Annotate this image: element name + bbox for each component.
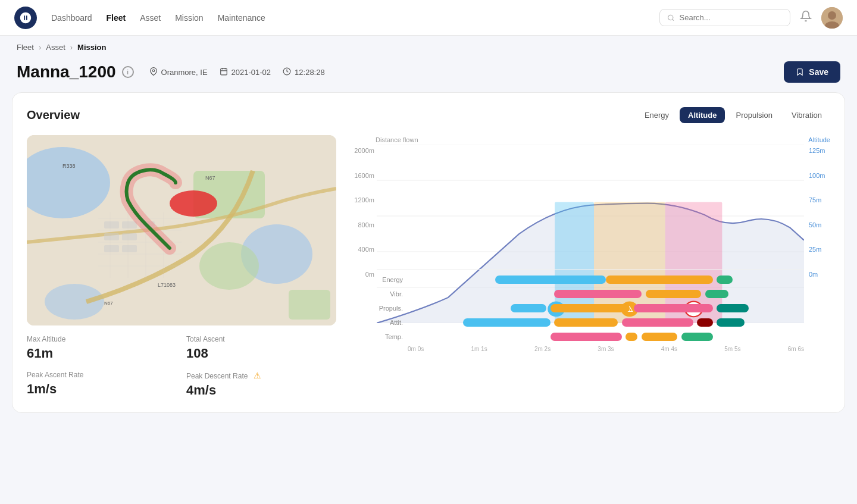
svg-point-5 bbox=[152, 70, 155, 72]
timeline-bars-energy bbox=[408, 274, 804, 285]
timeline-label-attit: Attit. bbox=[377, 319, 408, 326]
x-axis-labels: 0m 0s 1m 1s 2m 2s 3m 3s 4m 4s 5m 5s 6m 6… bbox=[408, 346, 804, 352]
header-right bbox=[659, 7, 843, 29]
avatar[interactable] bbox=[821, 7, 843, 29]
stat-peak-ascent-value: 1m/s bbox=[27, 381, 177, 397]
timeline-row-propuls: Propuls. bbox=[377, 303, 804, 314]
timeline-label-propuls: Propuls. bbox=[377, 305, 408, 312]
stat-peak-ascent-label: Peak Ascent Rate bbox=[27, 371, 177, 379]
x-label-2: 2m 2s bbox=[534, 346, 551, 352]
timeline-bars-temp bbox=[408, 331, 804, 342]
bell-icon[interactable] bbox=[800, 10, 812, 25]
x-label-0: 0m 0s bbox=[408, 346, 424, 352]
location-icon bbox=[149, 67, 158, 77]
map-container[interactable]: L71083 N67 N67 R338 bbox=[27, 135, 336, 325]
stat-peak-descent: Peak Descent Rate ⚠ 4m/s bbox=[186, 371, 336, 398]
y-label-400: 400m bbox=[351, 246, 374, 253]
tab-altitude[interactable]: Altitude bbox=[680, 107, 725, 123]
stat-total-ascent-label: Total Ascent bbox=[186, 335, 336, 343]
x-label-4: 4m 4s bbox=[661, 346, 677, 352]
svg-rect-28 bbox=[122, 221, 137, 228]
mission-title: Manna_1200 bbox=[17, 62, 116, 82]
y-label-25: 25m bbox=[809, 246, 830, 253]
x-label-6: 6m 6s bbox=[788, 346, 804, 352]
svg-rect-33 bbox=[122, 245, 137, 252]
stat-total-ascent-value: 108 bbox=[186, 346, 336, 361]
y-label-50: 50m bbox=[809, 221, 830, 228]
stat-peak-descent-value: 4m/s bbox=[186, 383, 336, 398]
page-title: Manna_1200 i Oranmore, IE 2021-01-02 12:… bbox=[17, 62, 325, 82]
timeline-label-temp: Temp. bbox=[377, 333, 408, 340]
meta-date: 2021-01-02 bbox=[220, 67, 271, 77]
nav-fleet[interactable]: Fleet bbox=[107, 11, 126, 25]
tab-energy[interactable]: Energy bbox=[636, 107, 677, 123]
main-card: Overview Energy Altitude Propulsion Vibr… bbox=[12, 92, 845, 413]
y-label-1600: 1600m bbox=[351, 172, 374, 179]
svg-text:N67: N67 bbox=[104, 300, 113, 306]
y-label-0r: 0m bbox=[809, 271, 830, 278]
timeline-row-temp: Temp. bbox=[377, 331, 804, 342]
save-label: Save bbox=[809, 67, 828, 77]
timeline-section: Energy Vibr. bbox=[377, 269, 804, 361]
nav-asset[interactable]: Asset bbox=[140, 11, 161, 25]
save-button[interactable]: Save bbox=[784, 61, 840, 83]
card-header: Overview Energy Altitude Propulsion Vibr… bbox=[27, 107, 830, 123]
svg-point-3 bbox=[828, 11, 836, 20]
stat-peak-ascent: Peak Ascent Rate 1m/s bbox=[27, 371, 177, 398]
main-nav: Dashboard Fleet Asset Mission Maintenanc… bbox=[51, 11, 265, 25]
meta-location: Oranmore, IE bbox=[149, 67, 208, 77]
date-text: 2021-01-02 bbox=[232, 68, 271, 77]
right-panel: Distance flown Altitude 2000m 1600m 1200… bbox=[351, 135, 830, 398]
chart-title-right: Altitude bbox=[808, 136, 830, 143]
svg-point-0 bbox=[668, 15, 673, 20]
tab-propulsion[interactable]: Propulsion bbox=[727, 107, 780, 123]
breadcrumb-asset[interactable]: Asset bbox=[46, 43, 65, 52]
peak-descent-warning-icon: ⚠ bbox=[254, 371, 261, 380]
info-icon[interactable]: i bbox=[122, 66, 134, 78]
search-input[interactable] bbox=[680, 13, 783, 22]
y-label-125: 125m bbox=[809, 147, 830, 154]
nav-dashboard[interactable]: Dashboard bbox=[51, 11, 92, 25]
y-label-100: 100m bbox=[809, 172, 830, 179]
x-label-1: 1m 1s bbox=[471, 346, 487, 352]
timeline-row-energy: Energy bbox=[377, 274, 804, 285]
breadcrumb-sep-2: › bbox=[70, 43, 73, 52]
time-text: 12:28:28 bbox=[295, 68, 325, 77]
meta-info: Oranmore, IE 2021-01-02 12:28:28 bbox=[149, 67, 325, 77]
stats-grid: Max Altitude 61m Total Ascent 108 Peak A… bbox=[27, 335, 336, 398]
stat-max-altitude-value: 61m bbox=[27, 346, 177, 361]
timeline-bars-vibr bbox=[408, 289, 804, 299]
stat-peak-descent-label: Peak Descent Rate ⚠ bbox=[186, 371, 336, 380]
content-grid: L71083 N67 N67 R338 Max Altitude 61m Tot… bbox=[27, 135, 830, 398]
x-label-3: 3m 3s bbox=[598, 346, 614, 352]
x-label-5: 5m 5s bbox=[724, 346, 740, 352]
nav-mission[interactable]: Mission bbox=[175, 11, 203, 25]
nav-maintenance[interactable]: Maintenance bbox=[218, 11, 265, 25]
location-text: Oranmore, IE bbox=[161, 68, 208, 77]
svg-text:R338: R338 bbox=[62, 163, 76, 169]
tab-group: Energy Altitude Propulsion Vibration bbox=[636, 107, 830, 123]
svg-rect-17 bbox=[289, 290, 330, 320]
search-box[interactable] bbox=[659, 9, 790, 26]
left-panel: L71083 N67 N67 R338 Max Altitude 61m Tot… bbox=[27, 135, 336, 398]
svg-point-14 bbox=[45, 284, 104, 320]
stat-max-altitude: Max Altitude 61m bbox=[27, 335, 177, 361]
y-label-75: 75m bbox=[809, 196, 830, 204]
bookmark-icon bbox=[796, 68, 804, 76]
timeline-bars-attit bbox=[408, 317, 804, 328]
y-label-0: 0m bbox=[351, 271, 374, 278]
svg-point-16 bbox=[199, 242, 259, 290]
svg-rect-31 bbox=[122, 233, 137, 240]
tab-vibration[interactable]: Vibration bbox=[783, 107, 830, 123]
y-label-800: 800m bbox=[351, 221, 374, 228]
breadcrumb-fleet[interactable]: Fleet bbox=[17, 43, 34, 52]
timeline-row-vibr: Vibr. bbox=[377, 289, 804, 299]
chart-title-left: Distance flown bbox=[376, 136, 418, 143]
clock-icon bbox=[283, 67, 291, 77]
svg-rect-27 bbox=[104, 221, 119, 228]
timeline-row-attit: Attit. bbox=[377, 317, 804, 328]
map-svg: L71083 N67 N67 R338 bbox=[27, 135, 336, 325]
y-label-2000: 2000m bbox=[351, 147, 374, 154]
y-axis-right: 125m 100m 75m 50m 25m 0m bbox=[806, 147, 830, 278]
page-title-row: Manna_1200 i Oranmore, IE 2021-01-02 12:… bbox=[0, 59, 857, 92]
